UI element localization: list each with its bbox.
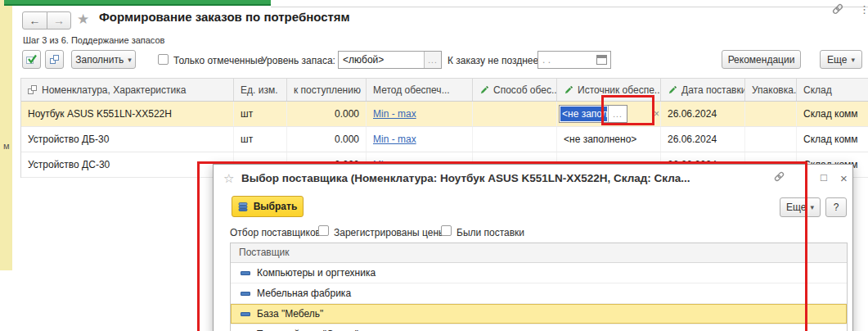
left-section-panel[interactable] <box>0 0 12 270</box>
forward-arrow-icon: → <box>53 14 65 27</box>
deadline-label: К заказу не позднее: <box>447 55 541 66</box>
source-clear-button[interactable]: × <box>654 108 659 120</box>
page-title: Формирование заказов по потребностям <box>99 10 350 24</box>
table-header-row: Номенклатура, Характеристика Ед. изм. к … <box>21 79 868 102</box>
source-selected-value: <не заполнено <box>560 107 607 121</box>
deadline-date-field[interactable]: . . <box>537 51 611 69</box>
col-header-incoming[interactable]: к поступлению <box>287 79 367 101</box>
col-header-package[interactable]: Упаковка... <box>745 79 797 101</box>
supplier-row[interactable]: Мебельная фабрика <box>231 283 847 304</box>
forward-button[interactable]: → <box>47 11 71 29</box>
col-header-source[interactable]: Источник обеспе... <box>557 79 661 101</box>
col-header-way[interactable]: Способ обес... <box>473 79 557 101</box>
only-marked-checkbox[interactable] <box>158 54 169 65</box>
calendar-icon[interactable] <box>596 55 607 65</box>
stock-level-field[interactable]: <любой> ... <box>338 51 442 69</box>
supplier-selection-dialog: ☆ Выбор поставщика (Номенклатура: Ноутбу… <box>213 164 853 331</box>
supplier-name: База "Мебель" <box>257 308 323 320</box>
cell-nomenclature: Устройство ДС-30 <box>21 152 234 177</box>
dialog-more-label: Еще <box>786 202 806 213</box>
cell-nomenclature: Устройство ДБ-30 <box>21 127 234 152</box>
had-deliveries-label: Были поставки <box>456 227 524 238</box>
method-link[interactable]: Min - max <box>373 134 416 145</box>
col-header-label: Источник обеспе... <box>578 84 661 96</box>
col-header-warehouse[interactable]: Склад <box>797 79 868 101</box>
supplier-row-selected[interactable]: База "Мебель" <box>231 304 847 324</box>
wizard-step-label: Шаг 3 из 6. Поддержание запасов <box>23 35 164 45</box>
cell-delivery-date: 26.06.2024 <box>661 127 745 152</box>
col-header-nomenclature[interactable]: Номенклатура, Характеристика <box>21 79 234 101</box>
stock-level-value: <любой> <box>339 54 424 66</box>
select-button[interactable]: Выбрать <box>232 196 304 217</box>
cell-nomenclature: Ноутбук ASUS K551LN-XX522H <box>21 102 234 126</box>
recommendations-button[interactable]: Рекомендации <box>722 50 801 69</box>
close-icon[interactable]: × <box>840 171 848 185</box>
browser-tab-strip <box>4 0 271 6</box>
cell-delivery-date: 26.06.2024 <box>661 102 745 126</box>
copy-button[interactable] <box>45 50 64 69</box>
had-deliveries-checkbox[interactable] <box>441 225 452 236</box>
cell-incoming: 0.000 <box>287 102 367 126</box>
help-button[interactable]: ? <box>825 197 847 217</box>
only-marked-label: Только отмеченные <box>173 55 263 66</box>
cell-unit: шт <box>234 102 287 126</box>
supplier-column-header[interactable]: Поставщик <box>231 243 847 263</box>
help-button-label: ? <box>834 202 839 213</box>
cell-package <box>745 102 797 126</box>
fill-button[interactable]: Заполнить ▾ <box>71 50 136 69</box>
registered-prices-checkbox[interactable] <box>318 225 329 236</box>
dialog-title: Выбор поставщика (Номенклатура: Ноутбук … <box>241 172 765 184</box>
menu-dots-icon[interactable]: ⋮ <box>859 3 868 16</box>
dropdown-arrow-icon: ▾ <box>851 56 855 64</box>
filter-label: Отбор поставщиков: <box>230 227 323 238</box>
method-link[interactable]: Min - max <box>373 108 416 120</box>
cell-source: <не заполнено ... × <box>557 102 661 126</box>
maximize-icon[interactable]: □ <box>821 171 827 184</box>
needs-table: Номенклатура, Характеристика Ед. изм. к … <box>20 78 868 178</box>
registered-prices-label: Зарегистрированы цены <box>334 227 446 238</box>
supplier-list: Поставщик Компьютеры и оргтехника Мебель… <box>230 243 848 331</box>
back-arrow-icon: ← <box>29 14 41 27</box>
check-marks-icon <box>25 53 38 66</box>
dialog-more-button[interactable]: Еще ▾ <box>780 197 821 217</box>
col-header-method[interactable]: Метод обеспеч... <box>367 79 473 101</box>
col-header-label: к поступлению <box>294 84 361 96</box>
cell-warehouse: Склад комм <box>797 127 868 152</box>
more-button[interactable]: Еще ▾ <box>820 50 862 69</box>
set-marks-button[interactable] <box>22 50 41 69</box>
table-row[interactable]: Устройство ДБ-30 шт 0.000 Min - max <не … <box>21 127 868 152</box>
screenshot-root: м ⋮ ← → ★ Формирование заказов по потреб… <box>0 0 868 331</box>
stock-level-label: Уровень запаса: <box>261 55 335 66</box>
favorite-star-outline-icon[interactable]: ☆ <box>223 171 234 186</box>
select-button-label: Выбрать <box>254 201 298 212</box>
source-edit-field[interactable]: <не заполнено ... <box>559 105 627 123</box>
col-header-label: Способ обес... <box>493 84 557 96</box>
col-header-label: Номенклатура, Характеристика <box>42 84 186 96</box>
col-header-unit[interactable]: Ед. изм. <box>234 79 287 101</box>
supplier-row[interactable]: Торговый дом "Сигма" <box>231 324 847 331</box>
stock-level-ellipsis-button[interactable]: ... <box>424 52 441 68</box>
copy-icon <box>50 55 59 64</box>
pencil-icon <box>668 85 677 95</box>
cell-unit: шт <box>234 127 287 152</box>
link-icon[interactable] <box>773 170 785 183</box>
catalog-item-icon <box>241 312 250 316</box>
back-button[interactable]: ← <box>22 11 47 29</box>
link-icon[interactable] <box>831 2 844 16</box>
recommendations-label: Рекомендации <box>728 54 795 66</box>
favorite-star-icon[interactable]: ★ <box>77 11 89 28</box>
col-header-label: Упаковка... <box>752 84 797 96</box>
pencil-icon <box>479 85 489 95</box>
col-header-label: Метод обеспеч... <box>373 84 450 96</box>
cell-way <box>473 127 557 152</box>
source-ellipsis-button[interactable]: ... <box>608 106 627 122</box>
more-button-label: Еще <box>827 54 847 66</box>
supplier-name: Мебельная фабрика <box>257 288 351 299</box>
catalog-item-icon <box>241 292 250 296</box>
cell-source: <не заполнено> <box>557 127 661 152</box>
col-header-delivery-date[interactable]: Дата поставки <box>661 79 745 101</box>
fill-button-label: Заполнить <box>75 54 124 66</box>
supplier-row[interactable]: Компьютеры и оргтехника <box>231 263 847 283</box>
table-row[interactable]: Ноутбук ASUS K551LN-XX522H шт 0.000 Min … <box>21 102 868 127</box>
cell-incoming: 0.000 <box>287 127 367 152</box>
